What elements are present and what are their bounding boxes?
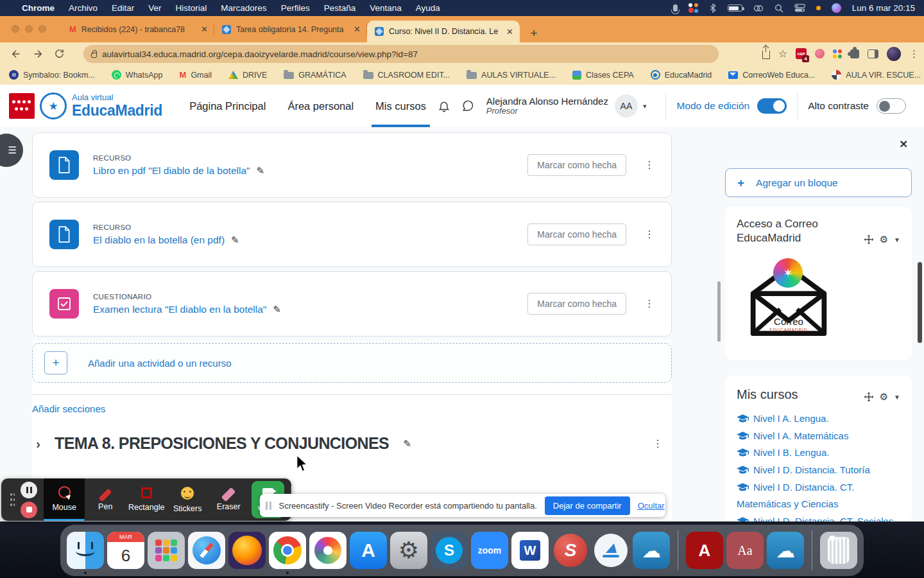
activity-menu-icon[interactable]: ⋮ xyxy=(644,301,654,306)
tool-stickers[interactable]: Stickers xyxy=(167,478,208,521)
dock-trash[interactable] xyxy=(820,532,857,569)
collapse-chevron-icon[interactable]: › xyxy=(36,436,40,451)
menu-perfiles[interactable]: Perfiles xyxy=(281,3,310,13)
dock-zoom[interactable]: zoom xyxy=(471,532,508,569)
bookmark-star-icon[interactable]: ☆ xyxy=(778,49,787,59)
nav-mis-cursos[interactable]: Mis cursos xyxy=(375,85,426,127)
adblock-extension-icon[interactable]: ABP4 xyxy=(796,48,807,59)
dock-fonts-app[interactable]: Aa xyxy=(726,532,764,569)
activity-link[interactable]: Libro en pdf "El diablo de la botella" xyxy=(93,165,250,177)
google-apps-extension-icon[interactable] xyxy=(833,49,842,58)
close-tab-icon[interactable]: ✕ xyxy=(354,24,361,34)
bookmark-aula-vir[interactable]: AULA VIR. ESCUE... xyxy=(832,70,921,80)
content-scrollbar[interactable] xyxy=(717,281,721,342)
course-link[interactable]: Nivel I D. Distancia. Tutoría xyxy=(737,462,900,479)
avatar[interactable]: AA xyxy=(615,94,638,118)
dock-educa-cloud-2[interactable]: ☁ xyxy=(767,532,804,569)
add-activity-button[interactable]: + Añadir una actividad o un recurso xyxy=(32,343,672,383)
activity-link[interactable]: Examen lectura "El diablo en la botella" xyxy=(93,304,266,315)
course-link[interactable]: Nivel I D. Distancia. CT. Sociales. xyxy=(737,513,900,521)
bookmark-clases-cepa[interactable]: Clases CEPA xyxy=(572,71,634,80)
address-bar[interactable]: aulavirtual34.educa.madrid.org/cepa.daoi… xyxy=(83,45,719,63)
bookmark-educamadrid[interactable]: EducaMadrid xyxy=(651,70,712,80)
move-block-icon[interactable] xyxy=(864,392,874,402)
tool-rectangle[interactable]: Rectangle xyxy=(126,478,167,521)
stop-sharing-button[interactable]: Dejar de compartir xyxy=(545,496,630,515)
chrome-menu-icon[interactable]: ⋮ xyxy=(909,48,919,60)
close-drawer-icon[interactable]: × xyxy=(900,136,907,152)
edit-pencil-icon[interactable]: ✎ xyxy=(403,438,411,450)
side-panel-icon[interactable] xyxy=(868,49,878,58)
messages-icon[interactable] xyxy=(461,100,474,112)
bookmark-whatsapp[interactable]: WhatsApp xyxy=(112,70,163,80)
bookmark-correoweb[interactable]: CorreoWeb Educa... xyxy=(728,71,815,80)
close-tab-icon[interactable]: ✕ xyxy=(506,27,513,37)
back-button[interactable] xyxy=(10,48,22,60)
zoom-window-button[interactable] xyxy=(38,25,46,33)
hide-share-bar-link[interactable]: Ocultar xyxy=(638,501,665,511)
page-scrollbar[interactable] xyxy=(918,262,922,343)
tab-curso-active[interactable]: Curso: Nivel II D. Distancia. Le ✕ xyxy=(367,21,520,42)
bookmark-gmail[interactable]: MGmail xyxy=(180,70,212,80)
dock-red-s-app[interactable]: S xyxy=(552,532,589,569)
activity-menu-icon[interactable]: ⋮ xyxy=(644,232,654,237)
microphone-icon[interactable] xyxy=(673,4,678,12)
tool-pen[interactable]: Pen xyxy=(85,478,126,521)
stop-recording-button[interactable] xyxy=(21,502,37,518)
nav-area-personal[interactable]: Área personal xyxy=(287,85,354,127)
block-chevron-icon[interactable]: ▼ xyxy=(894,236,900,243)
control-center-icon[interactable] xyxy=(794,4,805,12)
extension-icon[interactable] xyxy=(815,49,825,58)
block-chevron-icon[interactable]: ▼ xyxy=(894,394,900,401)
add-sections-link[interactable]: Añadir secciones xyxy=(32,403,105,414)
tool-eraser[interactable]: Eraser xyxy=(208,478,249,521)
profile-avatar[interactable] xyxy=(887,47,901,61)
menu-ver[interactable]: Ver xyxy=(148,3,161,13)
section-menu-icon[interactable]: ⋮ xyxy=(653,441,663,446)
menu-chrome[interactable]: Chrome xyxy=(22,3,55,13)
window-controls[interactable] xyxy=(12,25,46,33)
block-settings-gear-icon[interactable]: ⚙ xyxy=(880,234,888,245)
dock-safari[interactable] xyxy=(188,532,225,569)
edit-pencil-icon[interactable]: ✎ xyxy=(231,234,239,246)
bookmark-drive[interactable]: DRIVE xyxy=(228,71,267,80)
minimize-window-button[interactable] xyxy=(25,25,33,33)
menubar-clock[interactable]: Lun 6 mar 20:15 xyxy=(852,3,915,13)
dock-firefox[interactable] xyxy=(228,532,266,569)
tab-gmail[interactable]: M Recibidos (224) - trabanca78 ✕ xyxy=(62,16,214,42)
share-bar-drag-handle[interactable] xyxy=(266,502,271,510)
edit-mode-toggle[interactable] xyxy=(757,98,787,114)
course-index-drawer-button[interactable]: ☰ xyxy=(0,134,23,167)
course-link[interactable]: Nivel I A. Lengua. xyxy=(737,410,900,428)
activity-link[interactable]: El diablo en la botella (en pdf) xyxy=(93,234,225,246)
menu-archivo[interactable]: Archivo xyxy=(69,3,98,13)
reload-button[interactable] xyxy=(54,48,65,59)
menu-marcadores[interactable]: Marcadores xyxy=(221,3,266,13)
menu-pestana[interactable]: Pestaña xyxy=(324,3,356,13)
dock-app-store[interactable]: A xyxy=(350,532,387,569)
dock-launchpad[interactable] xyxy=(148,532,185,569)
dock-acrobat[interactable]: A xyxy=(686,532,723,569)
high-contrast-toggle[interactable] xyxy=(877,98,906,114)
menu-historial[interactable]: Historial xyxy=(176,3,207,13)
bookmark-clasroom[interactable]: CLASROOM EDIT... xyxy=(363,71,450,80)
move-block-icon[interactable] xyxy=(864,234,874,245)
pause-recording-button[interactable] xyxy=(21,482,37,498)
course-link[interactable]: Nivel I A. Matemáticas xyxy=(737,428,900,445)
new-tab-button[interactable]: + xyxy=(525,24,543,42)
bookmark-gramatica[interactable]: GRAMÁTICA xyxy=(284,71,346,80)
share-icon[interactable] xyxy=(762,51,770,59)
edit-pencil-icon[interactable]: ✎ xyxy=(257,165,265,177)
section-title[interactable]: TEMA 8. PREPOSICIONES Y CONJUNCIONES xyxy=(55,434,389,453)
tab-tarea[interactable]: Tarea obligatoria 14. Pregunta ✕ xyxy=(214,16,367,42)
bluetooth-icon[interactable] xyxy=(709,3,717,13)
dock-settings[interactable]: ⚙ xyxy=(390,532,427,569)
dock-skype[interactable]: S xyxy=(431,532,468,569)
dock-scan-app[interactable] xyxy=(592,532,629,569)
mark-done-button[interactable]: Marcar como hecha xyxy=(527,154,626,176)
battery-icon[interactable] xyxy=(728,4,742,12)
forward-button[interactable] xyxy=(32,48,44,60)
correo-educamadrid-logo[interactable]: ✶ Correo EDUCAMADRID xyxy=(746,254,832,344)
menu-ayuda[interactable]: Ayuda xyxy=(416,3,440,13)
url-text[interactable]: aulavirtual34.educa.madrid.org/cepa.daoi… xyxy=(102,49,418,59)
